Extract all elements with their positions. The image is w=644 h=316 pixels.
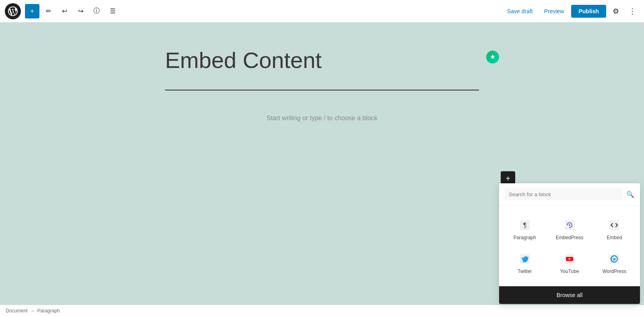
editor-divider (165, 90, 479, 90)
post-title[interactable]: Embed Content (165, 47, 479, 74)
list-view-button[interactable]: ☰ (105, 4, 120, 18)
publish-button[interactable]: Publish (571, 5, 606, 18)
svg-text:W: W (613, 257, 616, 261)
block-item-twitter[interactable]: Twitter (502, 246, 547, 280)
toolbar-right: Save draft Preview Publish ⚙ ⋮ (503, 4, 639, 18)
preview-button[interactable]: Preview (540, 6, 568, 17)
block-item-embed[interactable]: Embed (592, 212, 637, 246)
publish-label: Publish (578, 8, 599, 14)
add-block-toolbar-button[interactable]: + (25, 4, 39, 18)
more-options-button[interactable]: ⋮ (625, 4, 639, 18)
block-grid: ¶ Paragraph EmbedPre (499, 206, 640, 286)
editor-content: Embed Content Start writing or type / to… (165, 47, 479, 130)
browse-all-label: Browse all (557, 292, 583, 298)
browse-all-button[interactable]: Browse all (499, 286, 640, 304)
twitter-block-label: Twitter (518, 269, 532, 274)
pencil-icon: ✏ (46, 7, 51, 15)
embedpress-block-label: EmbedPress (556, 235, 584, 240)
preview-label: Preview (544, 8, 564, 14)
list-view-icon: ☰ (110, 7, 116, 15)
youtube-block-icon (562, 252, 577, 266)
save-draft-button[interactable]: Save draft (503, 6, 537, 17)
status-breadcrumb: Document (6, 308, 28, 314)
ellipsis-icon: ⋮ (629, 7, 636, 16)
info-icon: ⓘ (93, 7, 100, 15)
block-item-paragraph[interactable]: ¶ Paragraph (502, 212, 547, 246)
block-placeholder[interactable]: Start writing or type / to choose a bloc… (165, 107, 479, 130)
settings-button[interactable]: ⚙ (609, 4, 622, 18)
info-button[interactable]: ⓘ (89, 4, 104, 18)
embed-block-label: Embed (607, 235, 622, 240)
block-item-embedpress[interactable]: EmbedPress (547, 212, 592, 246)
wordpress-block-label: WordPress (603, 269, 626, 274)
status-context: Paragraph (37, 308, 60, 314)
paragraph-block-icon: ¶ (518, 218, 532, 232)
twitter-block-icon (518, 252, 532, 266)
status-separator: → (30, 308, 35, 314)
wordpress-block-icon: W (607, 252, 621, 266)
redo-icon: ↪ (78, 7, 83, 15)
paragraph-block-label: Paragraph (514, 235, 536, 240)
plus-icon: + (506, 174, 510, 183)
save-draft-label: Save draft (507, 8, 533, 14)
undo-button[interactable]: ↩ (57, 4, 72, 18)
plus-icon: + (30, 8, 34, 15)
block-search-area: 🔍 (499, 183, 640, 206)
block-picker-panel: 🔍 ¶ Paragraph (499, 183, 640, 304)
embed-block-icon (607, 218, 621, 232)
embedpress-block-icon (562, 218, 577, 232)
undo-icon: ↩ (62, 7, 67, 15)
block-search-input[interactable] (505, 188, 623, 201)
block-item-wordpress[interactable]: W WordPress (592, 246, 637, 280)
wordpress-logo[interactable] (5, 3, 21, 19)
tools-button[interactable]: ✏ (41, 4, 56, 18)
svg-text:¶: ¶ (523, 222, 526, 229)
youtube-block-label: YouTube (560, 269, 579, 274)
block-item-youtube[interactable]: YouTube (547, 246, 592, 280)
toolbar: + ✏ ↩ ↪ ⓘ ☰ Save draft Preview Publish ⚙… (0, 0, 644, 23)
search-icon: 🔍 (626, 191, 634, 198)
svg-point-3 (569, 224, 570, 226)
editor-area: Embed Content Start writing or type / to… (0, 23, 644, 316)
status-bar: Document → Paragraph (0, 305, 644, 316)
redo-button[interactable]: ↪ (73, 4, 88, 18)
gear-icon: ⚙ (613, 7, 619, 16)
search-icon-button[interactable]: 🔍 (626, 191, 634, 198)
grammarly-icon[interactable] (486, 51, 499, 64)
